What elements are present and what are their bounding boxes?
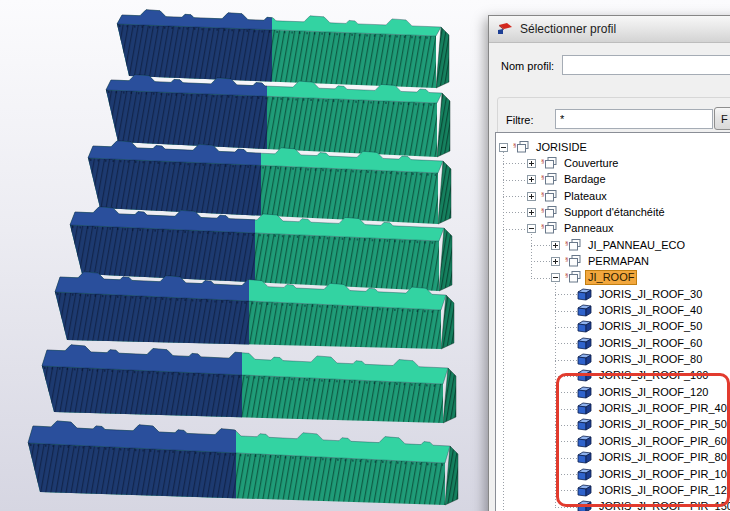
profile-cube-icon [577,386,593,399]
tree-item-label: JI_ROOF [586,271,636,284]
tree-item-joris-ji-roof-50[interactable]: JORIS_JI_ROOF_50 [496,319,730,335]
profile-cube-icon [577,288,593,301]
catalog-folder-icon: § [541,190,558,203]
expand-toggle[interactable] [551,257,560,266]
svg-text:§: § [541,190,545,198]
filter-button[interactable]: F [714,107,730,130]
tree-stub-line [555,376,579,377]
tree-item-joris-ji-roof-pir-60[interactable]: JORIS_JI_ROOF_PIR_60 [496,433,730,449]
profile-cube-icon [577,468,593,481]
catalog-folder-icon: § [565,255,582,268]
dialog-client-area: Nom profil: Filtre: F § JORISIDE § Couve… [489,43,730,511]
dialog-title: Sélectionner profil [520,22,616,36]
tree-item-label: JORIS_JI_ROOF_PIR_40 [597,402,729,415]
tree-stub-line [555,360,579,361]
tree-item-label: JORIS_JI_ROOF_PIR_100 [597,468,730,481]
tree-stub-line [555,343,579,344]
tree-item-bardage[interactable]: § Bardage [496,172,730,188]
expand-toggle[interactable] [551,241,560,250]
collapse-toggle[interactable] [499,143,508,152]
tree-item-joris-ji-roof-pir-40[interactable]: JORIS_JI_ROOF_PIR_40 [496,401,730,417]
tree-stub-line [555,311,579,312]
tree-item-ji-panneau-eco[interactable]: § JI_PANNEAU_ECO [496,237,730,253]
tree-item-joris-ji-roof-60[interactable]: JORIS_JI_ROOF_60 [496,335,730,351]
svg-text:§: § [513,141,517,149]
expand-toggle[interactable] [527,192,536,201]
tree-item-plateaux[interactable]: § Plateaux [496,188,730,204]
profile-cube-icon [577,369,593,382]
profile-cube-icon [577,500,593,511]
svg-text:§: § [541,206,545,214]
tree-item-label: Couverture [562,157,620,170]
tree-item-joris-ji-roof-pir-50[interactable]: JORIS_JI_ROOF_PIR_50 [496,417,730,433]
profile-cube-icon [577,320,593,333]
catalog-folder-icon: § [541,173,558,186]
profile-cube-icon [577,353,593,366]
tree-stub-line [555,458,579,459]
tree-stub-line [555,490,579,491]
tree-stub-line [555,294,579,295]
tree-item-label: JORIS_JI_ROOF_PIR_50 [597,418,729,431]
svg-text:§: § [565,255,569,263]
tree-item-label: JORIS_JI_ROOF_PIR_120 [597,484,730,497]
profile-cube-icon [577,418,593,431]
tree-stub-line [555,507,579,508]
tree-stub-line [555,441,579,442]
tree-item-joris-ji-roof-80[interactable]: JORIS_JI_ROOF_80 [496,352,730,368]
tekla-app-icon [497,22,514,36]
tree-item-couverture[interactable]: § Couverture [496,155,730,171]
tree-item-joris-ji-roof-pir-80[interactable]: JORIS_JI_ROOF_PIR_80 [496,450,730,466]
tree-item-label: JORIS_JI_ROOF_50 [597,320,704,333]
tree-item-label: Plateaux [562,190,609,203]
tree-stub-line [555,327,579,328]
tree-stub-line [555,474,579,475]
catalog-folder-icon: § [513,141,530,154]
tree-item-label: JORIS_JI_ROOF_PIR_150 [597,500,730,511]
filter-label: Filtre: [506,114,534,126]
tree-item-support-d-tanch-it-[interactable]: § Support d'étanchéité [496,204,730,220]
tree-item-joriside[interactable]: § JORISIDE [496,139,730,155]
tree-item-ji-roof[interactable]: § JI_ROOF [496,270,730,286]
tree-item-joris-ji-roof-pir-100[interactable]: JORIS_JI_ROOF_PIR_100 [496,466,730,482]
filter-groupbox: Filtre: F § JORISIDE § Couverture § Bard… [497,97,730,511]
svg-text:§: § [541,173,545,181]
tree-item-label: JORIS_JI_ROOF_30 [597,288,704,301]
profile-name-label: Nom profil: [501,60,554,72]
expand-toggle[interactable] [527,208,536,217]
tree-item-joris-ji-roof-30[interactable]: JORIS_JI_ROOF_30 [496,286,730,302]
tree-stub-line [555,409,579,410]
svg-text:§: § [541,222,545,230]
tree-item-joris-ji-roof-pir-120[interactable]: JORIS_JI_ROOF_PIR_120 [496,482,730,498]
expand-toggle[interactable] [527,159,536,168]
profile-cube-icon [577,484,593,497]
collapse-toggle[interactable] [551,273,560,282]
profile-cube-icon [577,337,593,350]
profile-name-input[interactable] [562,55,730,75]
collapse-toggle[interactable] [527,224,536,233]
tree-item-label: JORIS_JI_ROOF_PIR_80 [597,451,729,464]
profile-cube-icon [577,435,593,448]
tree-item-label: JORIS_JI_ROOF_80 [597,353,704,366]
profile-cube-icon [577,402,593,415]
catalog-folder-icon: § [565,271,582,284]
tree-item-label: PERMAPAN [586,255,651,268]
filter-input[interactable] [555,109,713,129]
tree-item-joris-ji-roof-120[interactable]: JORIS_JI_ROOF_120 [496,384,730,400]
tree-item-permapan[interactable]: § PERMAPAN [496,253,730,269]
dialog-titlebar[interactable]: Sélectionner profil [489,16,730,43]
tree-item-label: JORIS_JI_ROOF_PIR_60 [597,435,729,448]
tree-item-joris-ji-roof-100[interactable]: JORIS_JI_ROOF_100 [496,368,730,384]
profile-tree[interactable]: § JORISIDE § Couverture § Bardage § Plat… [495,132,730,511]
profile-cube-icon [577,304,593,317]
catalog-folder-icon: § [565,239,582,252]
expand-toggle[interactable] [527,175,536,184]
tree-item-label: Panneaux [562,222,616,235]
tree-item-joris-ji-roof-pir-150[interactable]: JORIS_JI_ROOF_PIR_150 [496,499,730,511]
tree-item-label: JORIS_JI_ROOF_40 [597,304,704,317]
screen: Sélectionner profil Nom profil: Filtre: … [0,0,730,511]
tree-item-label: JI_PANNEAU_ECO [586,239,687,252]
svg-text:§: § [565,271,569,279]
tree-item-joris-ji-roof-40[interactable]: JORIS_JI_ROOF_40 [496,303,730,319]
tree-item-label: JORIS_JI_ROOF_100 [597,369,710,382]
tree-item-panneaux[interactable]: § Panneaux [496,221,730,237]
